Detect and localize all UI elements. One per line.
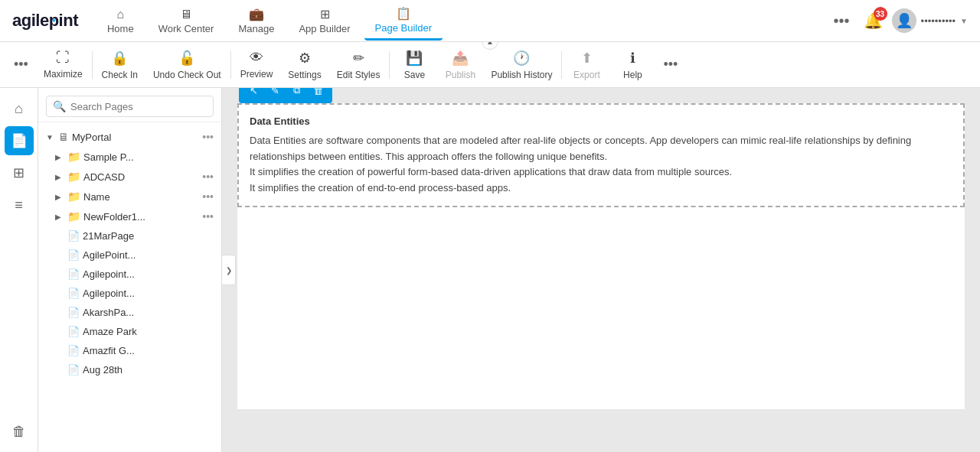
page-icon-aug28th: 📄: [67, 364, 80, 376]
tree-label-akarshpa: AkarshPa...: [83, 307, 214, 318]
edit-icon: ✎: [271, 88, 279, 96]
expand-chevron-icon: ❯: [226, 266, 232, 275]
nav-pagebuilder[interactable]: 📋 Page Builder: [364, 2, 443, 41]
sidebar-icon-trash[interactable]: 🗑: [5, 417, 34, 446]
notifications-button[interactable]: 🔔 33: [864, 11, 883, 30]
sidebar-icon-pages[interactable]: 📄: [5, 126, 34, 155]
editstyles-button[interactable]: ✏ Edit Styles: [329, 45, 388, 85]
nav-workcenter[interactable]: 🖥 Work Center: [148, 3, 225, 39]
tree-item-adcasd[interactable]: ▶ 📁 ADCASD •••: [38, 167, 221, 187]
manage-icon: 💼: [249, 7, 264, 21]
pages-panel-wrapper: 🔍 ▼ 🖥 MyPortal ••• ▶ 📁 Sample P...: [38, 88, 222, 452]
tree-label-21marpage: 21MarPage: [83, 230, 214, 242]
undocheckout-button[interactable]: 🔓 Undo Check Out: [145, 45, 229, 85]
tree-item-akarshpa[interactable]: 📄 AkarshPa...: [38, 303, 221, 322]
search-input[interactable]: [70, 101, 207, 112]
sidebar-icon-home[interactable]: ⌂: [5, 94, 34, 123]
toolbar-more-left[interactable]: •••: [6, 57, 36, 73]
tree-item-agilepoint1[interactable]: 📄 AgilePoint...: [38, 246, 221, 265]
page-icon-agilepoint3: 📄: [67, 288, 80, 299]
tree-item-amazepark[interactable]: 📄 Amaze Park: [38, 322, 221, 341]
tree-item-samplep[interactable]: ▶ 📁 Sample P...: [38, 147, 221, 167]
page-canvas: ↖ ✎ ⧉ 🗑 Data Entities Data: [237, 103, 965, 409]
tree-item-agilepoint3[interactable]: 📄 Agilepoint...: [38, 284, 221, 303]
publishhistory-label: Publish History: [491, 70, 552, 80]
maximize-label: Maximize: [44, 69, 83, 80]
tree-more-myportal[interactable]: •••: [202, 131, 214, 143]
nav-home[interactable]: ⌂ Home: [96, 3, 145, 39]
content-block-body: Data Entities Data Entities are software…: [239, 105, 963, 206]
home-icon: ⌂: [116, 8, 124, 21]
content-line-2: relationships between entities. This app…: [250, 149, 952, 165]
tree-arrow-name: ▶: [55, 193, 64, 201]
preview-icon: 👁: [250, 50, 263, 66]
block-edit-button[interactable]: ✎: [265, 88, 285, 100]
tree-more-adcasd[interactable]: •••: [202, 171, 214, 183]
notification-badge: 33: [874, 7, 887, 21]
sidebar-icon-grid[interactable]: ⊞: [5, 158, 34, 187]
folder-icon: 🖥: [58, 131, 69, 143]
nav-manage[interactable]: 💼 Manage: [227, 2, 285, 39]
tree-item-newfolder1[interactable]: ▶ 📁 NewFolder1... •••: [38, 206, 221, 226]
block-delete-button[interactable]: 🗑: [308, 88, 328, 100]
page-icon-akarshpa: 📄: [67, 307, 80, 318]
preview-button[interactable]: 👁 Preview: [233, 45, 281, 84]
user-avatar: 👤: [892, 8, 916, 33]
publishhistory-icon: 🕐: [513, 50, 530, 67]
tree-label-amazepark: Amaze Park: [83, 326, 214, 337]
canvas-area[interactable]: ↖ ✎ ⧉ 🗑 Data Entities Data: [222, 88, 980, 452]
panel-expand-button[interactable]: ❯: [222, 255, 236, 285]
export-button[interactable]: ⬆ Export: [564, 45, 609, 85]
toolbar-more-right[interactable]: •••: [655, 57, 685, 73]
folder-icon-samplep: 📁: [67, 151, 80, 163]
page-icon-amazfitg: 📄: [67, 345, 80, 356]
tree-more-name[interactable]: •••: [202, 190, 214, 203]
maximize-icon: ⛶: [56, 50, 70, 66]
folder-icon-adcasd: 📁: [67, 171, 80, 183]
folder-icon-newfolder1: 📁: [67, 210, 80, 223]
publish-button[interactable]: 📤 Publish: [437, 45, 483, 85]
settings-icon: ⚙: [299, 50, 311, 67]
checkin-button[interactable]: 🔒 Check In: [94, 45, 145, 85]
tree-item-amazfitg[interactable]: 📄 Amazfit G...: [38, 341, 221, 360]
block-copy-button[interactable]: ⧉: [286, 88, 306, 100]
preview-label: Preview: [240, 69, 273, 80]
tree-item-name[interactable]: ▶ 📁 Name •••: [38, 187, 221, 206]
save-icon: 💾: [406, 50, 423, 67]
user-menu[interactable]: 👤 •••••••••• ▼: [892, 8, 968, 33]
nav-manage-label: Manage: [238, 23, 274, 34]
tree-label-name: Name: [83, 191, 199, 203]
search-wrap: 🔍: [46, 96, 214, 117]
tree-arrow-newfolder1: ▶: [55, 213, 64, 221]
block-select-button[interactable]: ↖: [243, 88, 263, 100]
grid-sidebar-icon: ⊞: [13, 164, 24, 181]
maximize-button[interactable]: ⛶ Maximize: [36, 45, 90, 84]
tree-item-myportal[interactable]: ▼ 🖥 MyPortal •••: [38, 127, 221, 147]
nav-more-button[interactable]: •••: [829, 9, 854, 33]
save-button[interactable]: 💾 Save: [391, 45, 437, 85]
settings-label: Settings: [288, 70, 321, 80]
tree-label-aug28th: Aug 28th: [83, 364, 214, 376]
publishhistory-button[interactable]: 🕐 Publish History: [483, 45, 560, 85]
sidebar-icon-list[interactable]: ≡: [5, 190, 34, 219]
tree-arrow-myportal: ▼: [46, 133, 55, 141]
nav-appbuilder[interactable]: ⊞ App Builder: [288, 2, 361, 39]
page-icon-agilepoint1: 📄: [67, 249, 80, 261]
tree-item-21marpage[interactable]: 📄 21MarPage: [38, 226, 221, 246]
list-sidebar-icon: ≡: [15, 197, 23, 213]
content-block-selected[interactable]: ↖ ✎ ⧉ 🗑 Data Entities Data: [237, 103, 965, 207]
trash-sidebar-icon: 🗑: [12, 424, 26, 440]
page-icon-agilepoint2: 📄: [67, 268, 80, 280]
tree-arrow-samplep: ▶: [55, 153, 64, 161]
settings-button[interactable]: ⚙ Settings: [280, 45, 328, 85]
help-button[interactable]: ℹ Help: [609, 45, 655, 85]
tree-label-newfolder1: NewFolder1...: [83, 211, 199, 223]
tree-item-agilepoint2[interactable]: 📄 Agilepoint...: [38, 265, 221, 284]
nav-home-label: Home: [107, 23, 134, 34]
tree-more-newfolder1[interactable]: •••: [202, 210, 214, 223]
workcenter-icon: 🖥: [180, 8, 192, 21]
editstyles-icon: ✏: [353, 50, 364, 67]
folder-icon-name: 📁: [67, 190, 80, 203]
tree-item-aug28th[interactable]: 📄 Aug 28th: [38, 360, 221, 379]
tree-label-amazfitg: Amazfit G...: [83, 345, 214, 356]
